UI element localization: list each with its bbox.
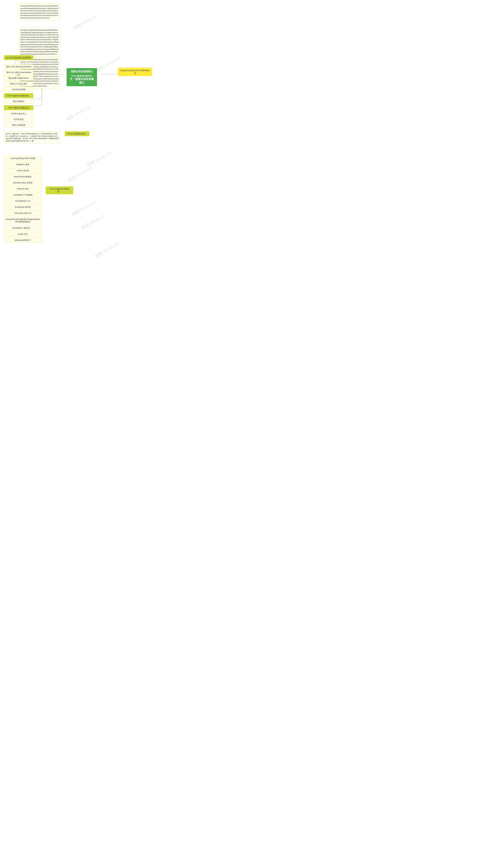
vocab-incredible[interactable]: incrediblea.不可思像的 [4, 192, 42, 197]
cet6-analysis-text: CET6六级内容分析： [67, 132, 87, 135]
sub-node-world[interactable]: *世界在前进 [4, 117, 33, 122]
vocab-round[interactable]: roundn.回合 [4, 232, 42, 237]
watermark-1: 树图 shutu.cn [73, 13, 99, 31]
left-node-cet6-structure[interactable]: CET6六级作文结构分析： [4, 93, 33, 98]
sub-node-sports[interactable]: *猎兽,斗牛,拳击,赛车 [4, 82, 33, 86]
watermark-5: 树图 shutu.cn [71, 199, 97, 218]
vocab-blood-thirsty[interactable]: blood-thirstya.嗜血的 [4, 174, 42, 179]
analysis-block: 本文为一篇议论文。本文引言部分的重点是三个问题,而前两句只是背景。以问题开头,引… [4, 131, 61, 144]
sub-node-modern[interactable]: *现代人是不是lessblood-thirsty [4, 64, 33, 69]
mindmap-container: 树图 shutu.cn 树图 shutu.cn 树图 shutu.cn 树图 s… [0, 0, 156, 278]
sub-node-profit[interactable]: *运动员为利润搏 [4, 87, 33, 92]
center-label: 危险运动应该被禁止 [71, 70, 93, 73]
sub-node-civilized[interactable]: *文明时代做文明人 [4, 111, 33, 116]
vocab-cant-help[interactable]: can'thelpthrilling不禁不寒而栗 [4, 156, 42, 161]
vocab-spectator[interactable]: spectatorn.观众,旁观者 [4, 180, 42, 185]
vocab-bull-fighting[interactable]: bull-fightingn.斗牛 [4, 198, 42, 203]
vocab-be-willing[interactable]: bewillingto+v.愿意做…… [4, 226, 42, 230]
vocab-racing-cars[interactable]: racingcarscrashingandburstingintoflames赛… [4, 217, 42, 224]
left-node-roman[interactable]: 从古罗马竞技场引起的联想 [4, 55, 33, 60]
sub-node-audience[interactable]: *观众想看不想看violence [4, 76, 33, 81]
watermark-7: 树图 shutu.cn [67, 165, 93, 183]
right-main-node[interactable]: DangerousSportsShouldBeBanned [118, 67, 152, 76]
vocab-boxing-ring[interactable]: boxingringn.拳击场 [4, 205, 42, 210]
vocab-slaughter[interactable]: slaughtern.屠杀 [4, 162, 42, 167]
sub-node-audience-pay[interactable]: *观众花钱取乐 [4, 99, 33, 104]
sub-node-quality[interactable]: *提高人类的素质 [4, 123, 33, 127]
vocab-violence[interactable]: violencen.暴力 [4, 186, 42, 191]
cet6-vocab-label[interactable]: CET6六级作文方能句型： [45, 186, 73, 194]
vocab-arena[interactable]: arenan.竞技场 [4, 168, 42, 173]
text-block-2: Itisreallyincrediblethatinthisageweshoul… [19, 28, 60, 57]
watermark-6: 树图 shutu.cn [94, 241, 120, 259]
watermark-8: 树图 shutu.cn [80, 213, 106, 231]
center-node-display[interactable]: 危险运动应该被禁止 [67, 68, 97, 75]
vocab-deprived[interactable]: bedeprivedof剥夺了 [4, 238, 42, 243]
watermark-3: 树图 shutu.cn [65, 104, 91, 123]
cet6-analysis-label[interactable]: CET6六级内容分析： [65, 131, 89, 136]
vocab-unmoved[interactable]: unmoveda.无动于衷 [4, 211, 42, 216]
text-block-1: WhenspeakoftheancientRomans,wecan'thelpt… [19, 3, 60, 21]
left-node-why-ban[interactable]: 为什么要禁止危险运动 [4, 105, 33, 110]
watermark-4: 树图 shutu.cn [86, 150, 112, 168]
